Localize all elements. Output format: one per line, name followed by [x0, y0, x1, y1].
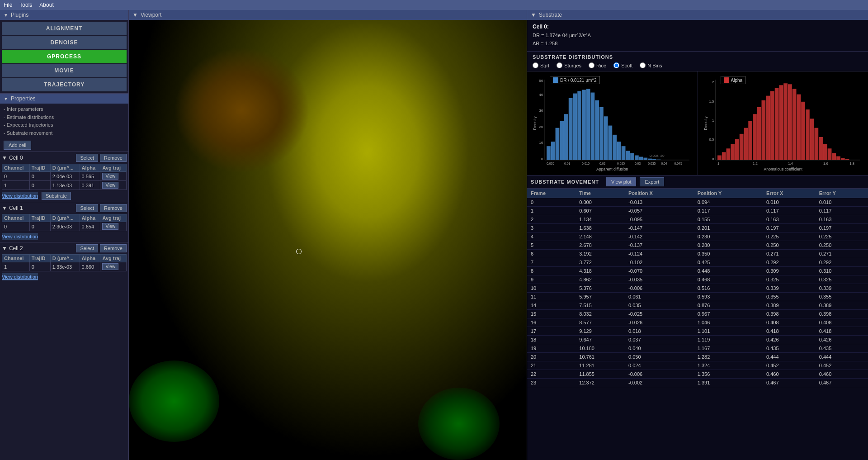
movie-button[interactable]: MOVIE: [2, 64, 127, 77]
cell-0-row1-view-button[interactable]: View: [102, 182, 118, 189]
gprocess-button[interactable]: GPROCESS: [2, 50, 127, 63]
radio-sturges[interactable]: Sturges: [557, 62, 581, 68]
svg-rect-55: [726, 148, 730, 160]
cell-1-view-distribution-button[interactable]: View distribution: [2, 233, 38, 240]
table-cell: 16: [527, 318, 576, 327]
right-panel: ▼ Substrate Cell 0: DR = 1.874e-04 μm^2/…: [527, 10, 868, 460]
table-row: 1 0 1.33e-03 0.660 View: [2, 262, 127, 271]
radio-rice[interactable]: Rice: [589, 62, 606, 68]
cell-data: 0.391: [80, 181, 100, 190]
table-cell: 2.148: [576, 232, 625, 241]
add-cell-button[interactable]: Add cell: [4, 141, 31, 150]
menu-tools[interactable]: Tools: [19, 2, 32, 8]
table-cell: 0.444: [816, 353, 868, 361]
cell-2-col-channel: Channel: [2, 255, 30, 262]
svg-rect-60: [748, 121, 752, 160]
cell-data: 0: [2, 172, 30, 181]
svg-text:0.5: 0.5: [709, 138, 714, 142]
substrate-header: ▼ Substrate: [527, 10, 868, 20]
table-cell: -0.070: [625, 267, 694, 275]
table-cell: 0.418: [763, 327, 816, 336]
svg-rect-58: [739, 134, 743, 160]
table-cell: 0.426: [816, 336, 868, 344]
cell-0-col-avg: Avg traj: [100, 164, 127, 172]
table-cell: 0.197: [763, 224, 816, 232]
cell-1-remove-button[interactable]: Remove: [100, 204, 127, 212]
table-cell: 6: [527, 250, 576, 258]
svg-rect-59: [744, 128, 748, 160]
denoise-button[interactable]: DENOISE: [2, 36, 127, 49]
table-cell: 3: [527, 224, 576, 232]
cell-1-col-avg: Avg traj: [100, 214, 127, 222]
svg-rect-68: [783, 83, 788, 160]
table-cell: 2: [527, 215, 576, 224]
svg-rect-81: [840, 158, 844, 160]
view-plot-button[interactable]: View plot: [606, 177, 636, 186]
cell-1-row0-view-button[interactable]: View: [102, 223, 118, 230]
cell-data: 0.565: [80, 172, 100, 181]
cell-1-select-button[interactable]: Select: [76, 204, 98, 212]
table-cell: 0.398: [763, 310, 816, 318]
svg-text:40: 40: [539, 93, 543, 97]
table-row: 179.1290.0181.1010.4180.418: [527, 327, 868, 336]
cell-0-substrate-button[interactable]: Substrate: [42, 192, 71, 200]
cell-0-actions: Select Remove: [76, 154, 127, 162]
radio-nbins-input[interactable]: [640, 62, 646, 68]
table-row: 0 0 2.30e-03 0.654 View: [2, 222, 127, 231]
table-cell: 1.356: [694, 370, 763, 379]
cell-2-remove-button[interactable]: Remove: [100, 244, 127, 252]
cell-blob-1: [174, 47, 310, 174]
radio-scott[interactable]: Scott: [613, 62, 632, 68]
svg-rect-65: [770, 91, 774, 160]
export-button[interactable]: Export: [640, 177, 664, 186]
red-chart-container: Alpha Density 0 0.5 1 1.5 2: [698, 71, 868, 175]
table-cell: 0.425: [694, 258, 763, 267]
plugins-header: ▼ Plugins: [0, 10, 128, 20]
cell-2-col-avg: Avg traj: [100, 255, 127, 262]
menu-file[interactable]: File: [4, 2, 12, 8]
trajectory-button[interactable]: TRAJECTORY: [2, 78, 127, 91]
table-cell: 0.418: [816, 327, 868, 336]
cell-data: 0: [29, 262, 50, 271]
radio-rice-input[interactable]: [589, 62, 594, 68]
menubar: File Tools About: [0, 0, 868, 10]
cell-0-select-button[interactable]: Select: [76, 154, 98, 162]
table-cell: 0.024: [625, 361, 694, 370]
substrate-triangle-icon: ▼: [531, 12, 536, 18]
cell-0-view-distribution-button[interactable]: View distribution: [2, 192, 38, 199]
cell-data: View: [100, 222, 127, 231]
svg-rect-19: [595, 100, 599, 160]
table-cell: 11: [527, 293, 576, 301]
radio-sqrt-input[interactable]: [533, 62, 538, 68]
table-cell: 0.037: [625, 336, 694, 344]
radio-sturges-input[interactable]: [557, 62, 562, 68]
data-table-wrapper[interactable]: Frame Time Position X Position Y Error X…: [527, 189, 868, 460]
svg-text:1.8: 1.8: [849, 161, 854, 166]
table-cell: 0.310: [816, 267, 868, 275]
viewport-triangle-icon: ▼: [132, 12, 138, 18]
cell-1-label: Cell 1: [9, 205, 23, 211]
svg-rect-80: [836, 156, 840, 160]
radio-sqrt[interactable]: Sqrt: [533, 62, 549, 68]
cell-2-select-button[interactable]: Select: [76, 244, 98, 252]
cell-0-remove-button[interactable]: Remove: [100, 154, 127, 162]
alignment-button[interactable]: ALIGNMENT: [2, 22, 127, 35]
table-cell: 0.018: [625, 327, 694, 336]
col-position-x: Position X: [625, 189, 694, 198]
table-row: 189.6470.0371.1190.4260.426: [527, 336, 868, 344]
property-item-3: - Substrate movement: [4, 129, 125, 138]
menu-about[interactable]: About: [39, 2, 53, 8]
svg-text:0.015: 0.015: [582, 162, 590, 165]
viewport-image: [129, 20, 527, 460]
table-cell: 0: [527, 198, 576, 207]
radio-nbins[interactable]: N Bins: [640, 62, 662, 68]
cell-data: 1.13e-03: [50, 181, 80, 190]
cell-0-row0-view-button[interactable]: View: [102, 173, 118, 180]
table-cell: 0.467: [816, 379, 868, 387]
cell-2-view-distribution-button[interactable]: View distribution: [2, 273, 38, 280]
radio-scott-input[interactable]: [613, 62, 619, 68]
table-cell: 15: [527, 310, 576, 318]
cell-2-row0-view-button[interactable]: View: [102, 263, 118, 270]
blue-chart-container: DR / 0.0121 μm^2 Density 0 10 20 30 40 5…: [527, 71, 698, 175]
svg-text:0: 0: [541, 157, 543, 161]
